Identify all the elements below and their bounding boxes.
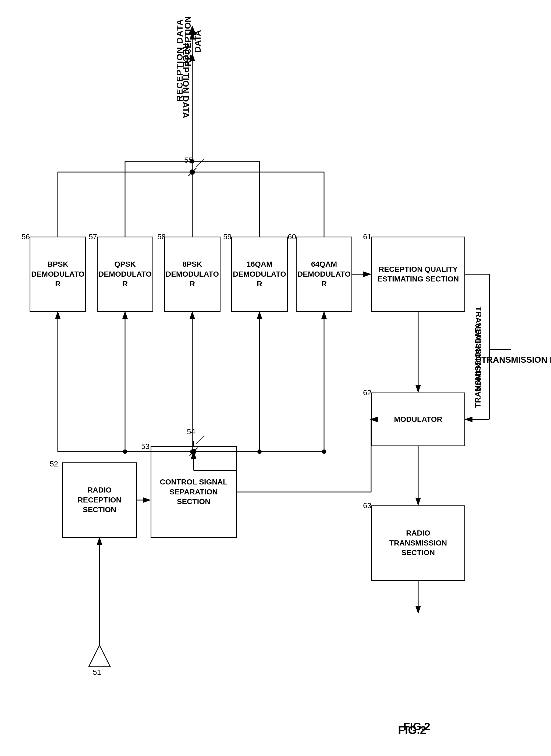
- diagram: RADIORECEPTIONSECTION 52 CONTROL SIGNALS…: [0, 0, 551, 756]
- connections-svg: 51: [0, 0, 551, 756]
- svg-text:FIG.2: FIG.2: [398, 724, 426, 736]
- svg-line-52: [196, 436, 204, 444]
- transmission-data-text: TRANSMISSION DATA: [473, 322, 482, 408]
- reception-data-vertical: RECEPTION DATA: [175, 19, 185, 102]
- svg-text:51: 51: [93, 668, 101, 676]
- svg-point-21: [123, 450, 127, 454]
- svg-point-23: [257, 450, 261, 454]
- svg-marker-55: [188, 26, 196, 35]
- svg-line-53: [196, 159, 204, 167]
- svg-point-24: [322, 450, 326, 454]
- svg-marker-2: [89, 645, 110, 667]
